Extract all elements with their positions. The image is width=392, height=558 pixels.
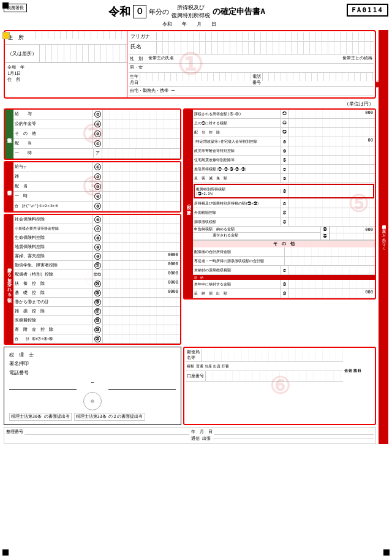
sono-ta-field3[interactable]	[288, 266, 375, 274]
income-pension-label: 公的年金等	[13, 119, 92, 129]
ded-medical-field[interactable]	[102, 316, 181, 325]
tax-24-field[interactable]: 00	[288, 137, 375, 146]
ded-spouse-label: 配偶者（特別）控除	[13, 270, 92, 279]
ded-subtotal-field[interactable]	[102, 298, 181, 306]
tax-row-21: 課税される所得金額(⑤-⑳) ㉑ 000	[193, 110, 375, 119]
address-field[interactable]	[36, 31, 127, 39]
accountant-phone-field[interactable]	[108, 380, 176, 390]
tax-30-field[interactable]	[288, 199, 375, 208]
tax-27-field[interactable]	[288, 165, 375, 173]
tax-row-32: 源泉徴収税額 ㉝	[193, 217, 375, 227]
income-kyuyo: 給 与 ⑦	[13, 110, 180, 119]
name-field[interactable]	[156, 42, 374, 54]
ded-quake-field[interactable]	[102, 243, 181, 251]
bank-account-field[interactable]	[205, 371, 343, 381]
tax-21-field[interactable]: 000	[288, 110, 375, 118]
income-calc-temp-field[interactable]	[102, 192, 181, 201]
income-kyuyo-field[interactable]	[102, 110, 181, 119]
income-calc-kyuyo-field[interactable]	[102, 162, 181, 172]
birth-field[interactable]	[140, 73, 251, 81]
circ-d7: ⑦	[94, 225, 101, 232]
tax-row-27: 差引所得税額(㉒-㉓-㉔-㉕-㉖) ㉗	[193, 165, 375, 174]
ded-spouse-field[interactable]: 0000	[102, 270, 180, 279]
circ-d10: ⑩	[94, 253, 101, 260]
circ-d17: ⑰	[94, 308, 101, 315]
income-calc-div-field[interactable]	[102, 182, 181, 191]
ded-small-num: ⑦	[92, 224, 102, 233]
income-temp-field[interactable]	[102, 149, 181, 158]
ded-small-field[interactable]	[102, 224, 181, 233]
income-calc-misc-field[interactable]	[102, 172, 181, 181]
ennno-header: 延 納	[193, 275, 375, 280]
sono-ta-row2: 専従者・一時所得の源泉徴収税額の合計額	[193, 257, 375, 266]
ded-widow-field[interactable]: 0000	[102, 252, 181, 260]
ded-life-num: ⑧	[92, 233, 102, 242]
ded-basic-value: 0000	[104, 289, 180, 294]
tax-32-field[interactable]	[288, 217, 375, 226]
sono-ta-num3: ㊲	[280, 266, 288, 274]
misc-left: 整理番号	[6, 429, 189, 442]
misc-syutsugo: 出張	[202, 436, 211, 442]
income-dividend-field[interactable]	[102, 139, 181, 148]
tax-33-field2[interactable]	[330, 233, 375, 239]
left-column: 収入金額等 給 与 ⑦ 公的年金等 ④ そ の	[4, 108, 181, 345]
tax-row-30: 所得税及び復興特別所得税の額(㉙+㉚) ㉛	[193, 199, 375, 208]
bank-name-field[interactable]	[201, 349, 343, 361]
ded-basic-field[interactable]: 0000	[102, 288, 181, 297]
tax-26-field[interactable]	[288, 156, 375, 164]
tax-28-field[interactable]	[288, 174, 375, 183]
circ-d14: ⑭	[94, 281, 101, 287]
ded-medical-num: ⑱	[92, 316, 102, 325]
sono-ta-label2: 専従者・一時所得の源泉徴収税額の合計額	[193, 257, 284, 265]
ded-shakai-label: 社会保険料控除	[13, 215, 92, 224]
accountant-sign-field[interactable]	[9, 380, 77, 390]
tax-22-label: 上の㉑に対する税額	[193, 119, 280, 127]
tax-23-field[interactable]	[288, 128, 375, 137]
ded-total-field[interactable]	[102, 334, 181, 343]
enno-label1: 本年中に纳付する金額	[193, 280, 280, 288]
ded-disaster-field[interactable]	[102, 307, 181, 315]
tax-26-label: 住宅耐震改修特別控除等	[193, 156, 280, 164]
income-other-field[interactable]	[102, 129, 181, 138]
misc-field3[interactable]	[213, 439, 374, 439]
income-pension-field[interactable]	[102, 119, 181, 129]
ded-dependent-field[interactable]: 0000	[102, 279, 181, 288]
misc-date-field[interactable]	[214, 429, 374, 435]
address2-field[interactable]	[39, 45, 127, 62]
stamp-symbol: ㊞	[91, 399, 94, 404]
tax-33-field1[interactable]: 000	[330, 227, 375, 233]
income-calc-total-field[interactable]	[102, 202, 181, 211]
birth-label: 生年 月日	[129, 73, 140, 86]
income-kyuyo-label: 給 与	[13, 110, 92, 119]
enno-field1[interactable]	[288, 280, 375, 288]
tax-25-num: ㉕	[280, 146, 288, 155]
date-row: 令和 年 月 日	[32, 21, 347, 28]
misc-field1[interactable]	[24, 429, 189, 435]
ded-disaster: 雑 損 控 除 ⑰	[13, 307, 180, 316]
tax-25-field[interactable]	[288, 146, 375, 155]
furigana-field[interactable]	[156, 32, 374, 40]
circ-c5: ⑤	[94, 203, 101, 209]
section6: 郵便局 名等 種類 普通 当座 出資 貯蓄	[183, 347, 376, 425]
ded-life-field[interactable]	[102, 233, 181, 242]
sono-ta-field1[interactable]	[284, 247, 375, 256]
enno-num1: ㊳	[280, 280, 288, 288]
ded-donation-field[interactable]	[102, 325, 181, 334]
phone-field[interactable]	[262, 73, 374, 81]
ded-total-label: 合 計 ⑥+⑦+⑧+⑲	[13, 334, 92, 343]
tax-31-field[interactable]	[288, 208, 375, 217]
ded-student-field[interactable]: 0000	[102, 261, 181, 270]
tax-23-label: 配 当 控 除	[193, 128, 280, 137]
ded-shakai-field[interactable]	[102, 215, 181, 224]
tax-29-field[interactable]	[288, 185, 373, 197]
enno-field2[interactable]: 000	[288, 289, 375, 298]
tax-25-label: 政党等寄附金等特別控除	[193, 146, 280, 155]
tax-28-label: 災 害 減 免 額	[193, 174, 280, 183]
tax-22-field[interactable]	[288, 119, 375, 127]
sono-ta-field2[interactable]	[284, 257, 375, 265]
bank-type-touza: 当座	[205, 364, 212, 369]
title-row: 令和 ０ 年分の 所得税及び 復興特別所得税 の確定申告書A	[27, 4, 347, 20]
tax-33-label2: 還付される金額	[193, 233, 320, 238]
tax-28-num: ㉘	[280, 174, 288, 183]
corner-bl	[2, 549, 9, 556]
